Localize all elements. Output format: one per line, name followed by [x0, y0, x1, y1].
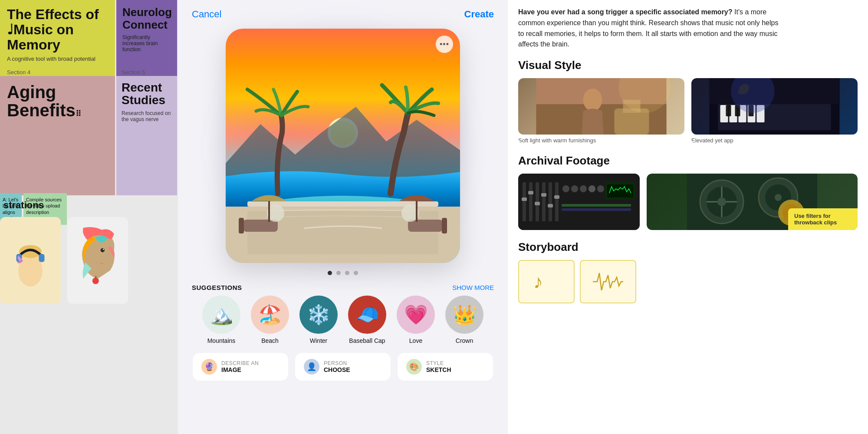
svg-rect-15 — [239, 218, 244, 233]
svg-rect-59 — [562, 208, 631, 211]
svg-rect-35 — [726, 105, 731, 116]
illus-card2[interactable] — [67, 217, 128, 304]
right-panel: Have you ever had a song trigger a speci… — [508, 0, 868, 434]
illus-card1[interactable] — [0, 217, 61, 304]
visual-style-section: Visual Style — [518, 59, 858, 144]
create-button[interactable]: Create — [464, 9, 494, 20]
suggestion-beach[interactable]: 🏖️ Beach — [251, 296, 289, 344]
interview-image — [518, 78, 684, 135]
archival-overlay: Use filters for throwback clips — [788, 208, 858, 230]
svg-point-7 — [92, 278, 99, 284]
piano-image — [691, 78, 858, 135]
storyboard-card-2[interactable] — [580, 260, 636, 303]
storyboard-wave-icon — [591, 266, 625, 297]
card-yellow-subtitle: A cognitive tool with broad potential — [7, 56, 108, 62]
svg-point-54 — [571, 185, 578, 192]
crown-icon: 👑 — [445, 296, 483, 334]
svg-point-72 — [775, 194, 782, 201]
storyboard-card-1[interactable]: ♪ — [518, 260, 575, 303]
style-sketch-button[interactable]: 🎨 STYLE SKETCH — [398, 353, 493, 381]
mixing-svg — [518, 174, 640, 230]
describe-image-button[interactable]: 🔮 DESCRIBE AN IMAGE — [193, 353, 288, 381]
beach-scene-svg — [226, 29, 460, 263]
suggestion-crown[interactable]: 👑 Crown — [445, 296, 483, 344]
svg-point-57 — [597, 185, 604, 192]
card-purple-subtitle: Significantly increases brain function — [122, 34, 171, 53]
person-text: PERSON CHOOSE — [324, 360, 350, 373]
card-purple-title: Neurolog Connect — [122, 6, 171, 31]
beach-icon: 🏖️ — [251, 296, 289, 334]
archival-section: Archival Footage — [518, 154, 858, 230]
card-pink-title: AgingBenefits⠿ — [7, 83, 108, 119]
storyboard-section: Storyboard ♪ — [518, 240, 858, 303]
suggestions-title: SUGGESTIONS — [192, 284, 242, 291]
svg-rect-58 — [562, 204, 631, 207]
archival-card-2[interactable]: Use filters for throwback clips — [647, 174, 858, 230]
svg-point-53 — [562, 185, 569, 192]
describe-value: IMAGE — [221, 366, 259, 373]
modal-header: Cancel Create — [178, 0, 508, 24]
svg-rect-52 — [554, 195, 559, 199]
card-pink[interactable]: AgingBenefits⠿ A: Let's be sure aligns s… — [0, 76, 115, 195]
suggestion-love[interactable]: 💗 Love — [397, 296, 435, 344]
svg-rect-45 — [549, 182, 552, 221]
crown-label: Crown — [456, 337, 473, 344]
love-label: Love — [409, 337, 422, 344]
cancel-button[interactable]: Cancel — [192, 9, 221, 20]
svg-rect-18 — [442, 218, 447, 233]
svg-rect-51 — [548, 204, 553, 207]
visual-style-title: Visual Style — [518, 59, 858, 72]
svg-rect-42 — [529, 182, 533, 221]
left-panel: The Effects of ♩Music on Memory A cognit… — [0, 0, 178, 434]
show-more-button[interactable]: SHOW MORE — [452, 284, 494, 291]
describe-icon: 🔮 — [201, 359, 217, 375]
storyboard-music-icon: ♪ — [529, 266, 564, 297]
suggestion-winter[interactable]: ❄️ Winter — [299, 296, 338, 344]
baseball-cap-label: Baseball Cap — [349, 337, 385, 344]
card-yellow-title: The Effects of ♩Music on Memory — [7, 7, 108, 53]
more-options-button[interactable]: ••• — [436, 36, 453, 53]
svg-point-55 — [580, 185, 587, 192]
visual-style-cards: Soft light with warm furnishings — [518, 78, 858, 144]
person-label: PERSON — [324, 360, 350, 366]
storyboard-title: Storyboard — [518, 240, 858, 254]
suggestion-mountains[interactable]: 🏔️ Mountains — [202, 296, 240, 344]
svg-rect-61 — [607, 184, 633, 197]
svg-rect-50 — [541, 193, 546, 197]
svg-point-56 — [589, 185, 595, 192]
bottom-options: 🔮 DESCRIBE AN IMAGE 👤 PERSON CHOOSE 🎨 ST… — [178, 344, 508, 381]
interview-svg — [518, 78, 684, 135]
piano-svg — [691, 78, 858, 135]
mountains-icon: 🏔️ — [202, 296, 240, 334]
colorhair-illustration — [72, 226, 124, 295]
archival-cards: Use filters for throwback clips — [518, 174, 858, 230]
svg-text:♪: ♪ — [533, 271, 543, 292]
card-mauve-subtitle: Research focused on the vagus nerve — [122, 110, 172, 122]
love-icon: 💗 — [397, 296, 435, 334]
svg-point-5 — [101, 248, 105, 252]
person-choose-button[interactable]: 👤 PERSON CHOOSE — [295, 353, 391, 381]
svg-rect-4 — [39, 254, 45, 262]
svg-rect-14 — [243, 220, 278, 232]
suggestion-baseball-cap[interactable]: 🧢 Baseball Cap — [348, 296, 386, 344]
person-icon: 👤 — [304, 359, 319, 375]
svg-rect-41 — [523, 182, 526, 221]
svg-point-24 — [583, 89, 602, 111]
baseball-cap-icon: 🧢 — [348, 296, 386, 334]
card-mauve[interactable]: Recent Studies Research focused on the v… — [116, 76, 177, 195]
suggestions-row: 🏔️ Mountains 🏖️ Beach ❄️ Winter 🧢 Baseba… — [188, 296, 497, 344]
style-card-2-label: Elevated yet app — [691, 137, 858, 144]
svg-rect-49 — [535, 202, 540, 205]
intro-strong: Have you ever had a song trigger a speci… — [518, 8, 733, 16]
beach-label: Beach — [261, 337, 279, 344]
archival-card-1[interactable] — [518, 174, 640, 230]
style-value: SKETCH — [426, 366, 451, 373]
describe-label: DESCRIBE AN — [221, 360, 259, 366]
storyboard-cards: ♪ — [518, 260, 858, 303]
style-card-1[interactable]: Soft light with warm furnishings — [518, 78, 684, 144]
describe-text: DESCRIBE AN IMAGE — [221, 360, 259, 373]
style-card-2[interactable]: Elevated yet app — [691, 78, 858, 144]
style-card-1-label: Soft light with warm furnishings — [518, 137, 684, 144]
more-dots-icon: ••• — [440, 40, 449, 49]
mixing-image — [518, 174, 640, 230]
